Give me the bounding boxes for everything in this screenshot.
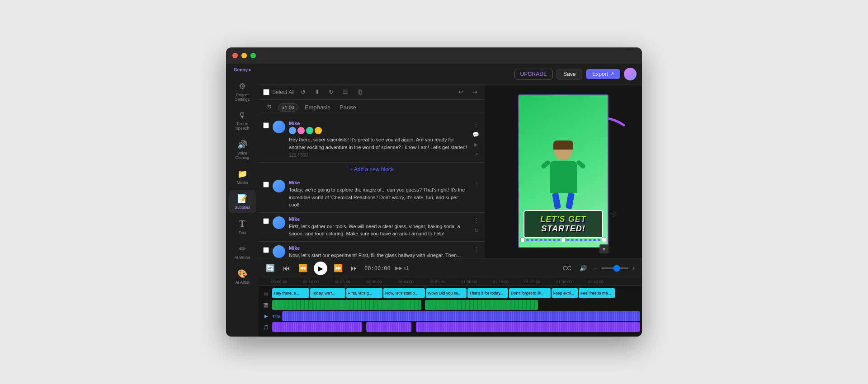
minimize-button[interactable]: [241, 53, 247, 58]
video-seg-2[interactable]: [425, 300, 538, 310]
subtitle-seg-1[interactable]: Hey there, s...: [272, 288, 309, 298]
block-2-speaker: Mike: [289, 180, 469, 185]
script-block-3: Mike First, let's gather our tools. We w…: [259, 213, 485, 242]
sidebar-item-ai-writer[interactable]: ✏ AI Writer: [229, 240, 256, 263]
download-icon[interactable]: ⬇: [312, 87, 322, 97]
sidebar-label-project-settings: Project Settings: [231, 93, 254, 102]
voice-icon: 🔊: [237, 140, 247, 150]
subtitle-track-row: ▤ Hey there, s... Today, we'r... First, …: [260, 288, 640, 299]
expand-btn[interactable]: ▼: [599, 244, 609, 253]
subtitle-seg-4[interactable]: Now, let's start o...: [383, 288, 425, 298]
subtitle-seg-7[interactable]: Don't forget to lik...: [509, 288, 551, 298]
script-list: Mike Hey there, super scientists! It's g…: [259, 115, 485, 258]
block-3-more-btn[interactable]: ⋮: [473, 216, 480, 225]
speed-control[interactable]: ▶▶ x1: [395, 265, 409, 271]
ruler-mark-1: 00:10:00: [303, 280, 335, 284]
subtitle-seg-2[interactable]: Today, we'r...: [310, 288, 345, 298]
sidebar: Genny ♦ ⚙ Project Settings 🎙 Text to Spe…: [226, 64, 259, 337]
skip-back-btn[interactable]: ⏮: [281, 262, 292, 274]
video-seg-1[interactable]: [272, 300, 421, 310]
zoom-in-icon[interactable]: ＋: [631, 264, 637, 272]
save-button[interactable]: Save: [557, 69, 582, 80]
block-4-text: Now, let's start our experiment! First, …: [289, 252, 469, 258]
sidebar-item-project-settings[interactable]: ⚙ Project Settings: [229, 78, 256, 105]
block-3-text: First, let's gather our tools. We will n…: [289, 223, 469, 238]
sidebar-item-media[interactable]: 📁 Media: [229, 165, 256, 188]
overlay-line2: STARTED!: [528, 224, 599, 234]
script-block-1: Mike Hey there, super scientists! It's g…: [259, 117, 485, 163]
block-1-comment-btn[interactable]: 💬: [472, 131, 480, 139]
block-3-speaker: Mike: [289, 216, 469, 222]
select-all-checkbox[interactable]: [263, 89, 269, 95]
select-all-label: Select All: [272, 89, 294, 95]
block-3-repeat-btn[interactable]: ↻: [473, 226, 480, 234]
step-back-btn[interactable]: ⏪: [297, 262, 309, 274]
select-all-control: Select All: [263, 89, 294, 95]
overlay-line1: LET'S GET: [528, 215, 599, 224]
tts-seg-main[interactable]: [282, 311, 640, 321]
user-avatar[interactable]: [624, 68, 637, 80]
emphasis-btn[interactable]: Emphasis: [302, 103, 333, 112]
sidebar-label-voice-cloning: Voice Cloning: [231, 151, 254, 160]
add-block-button[interactable]: + Add a new block: [259, 163, 485, 176]
subtitle-seg-6[interactable]: That's it for today...: [467, 288, 508, 298]
block-4-content: Mike Now, let's start our experiment! Fi…: [289, 245, 469, 258]
audio-seg-3[interactable]: [416, 322, 640, 332]
block-3-checkbox[interactable]: [263, 218, 269, 224]
audio-seg-2[interactable]: [366, 322, 411, 332]
block-1-checkbox[interactable]: [263, 122, 269, 128]
undo-icon[interactable]: ↺: [298, 87, 308, 97]
undo-btn[interactable]: ↩: [456, 87, 466, 97]
close-button[interactable]: [232, 53, 238, 58]
step-forward-btn[interactable]: ⏩: [332, 262, 344, 274]
block-2-more-btn[interactable]: ⋮: [473, 180, 480, 188]
speed-icon[interactable]: ⏱: [263, 103, 274, 112]
subtitle-seg-8[interactable]: keep expl...: [552, 288, 578, 298]
subtitle-seg-3[interactable]: First, let's g...: [346, 288, 382, 298]
block-1-play-btn[interactable]: ▶: [472, 140, 480, 149]
export-label: Export: [592, 71, 608, 77]
ruler-mark-9: 01:30:00: [556, 280, 588, 284]
upgrade-button[interactable]: UPGRADE: [514, 69, 553, 80]
block-4-more-btn[interactable]: ⋮: [473, 245, 480, 253]
sidebar-label-media: Media: [237, 180, 248, 185]
export-button[interactable]: Export ↗: [586, 69, 620, 79]
zoom-out-icon[interactable]: －: [593, 264, 599, 272]
subtitle-seg-5[interactable]: Wow! Did you se...: [426, 288, 467, 298]
sidebar-item-ai-artist[interactable]: 🎨 AI Artist: [229, 265, 256, 288]
block-4-checkbox[interactable]: [263, 247, 269, 253]
caption-btn[interactable]: CC: [561, 263, 573, 273]
play-pause-btn[interactable]: ▶: [314, 262, 327, 275]
block-2-checkbox[interactable]: [263, 182, 269, 187]
block-1-share-btn[interactable]: ↗: [472, 150, 480, 159]
sidebar-item-subtitles[interactable]: 📝 Subtitles: [229, 190, 256, 213]
app-window: Genny ♦ ⚙ Project Settings 🎙 Text to Spe…: [226, 47, 642, 337]
subtitle-seg-9[interactable]: Feel free to ma...: [579, 288, 615, 298]
text-icon: T: [239, 219, 245, 229]
block-1-speaker: Mike: [289, 121, 468, 126]
transport-bar: 🔄 ⏮ ⏪ ▶ ⏩ ⏭ 00:00:00 ▶▶ x1 CC 🔊 － ＋: [259, 258, 642, 278]
gear-icon: ⚙: [239, 81, 246, 91]
sidebar-item-text[interactable]: T Text: [229, 215, 256, 239]
zoom-slider[interactable]: [601, 267, 628, 269]
block-2-text: Today, we're going to explore the magic …: [289, 186, 469, 209]
loop-btn[interactable]: 🔄: [264, 262, 277, 274]
preview-video-container: LET'S GET STARTED!: [518, 94, 609, 248]
script-toolbar: Select All ↺ ⬇ ↻ ☰ 🗑 ↩ ↪: [259, 84, 485, 100]
redo-btn[interactable]: ↪: [470, 87, 480, 97]
delete-icon[interactable]: 🗑: [354, 87, 366, 97]
audio-seg-1[interactable]: [272, 322, 362, 332]
tts-label: TTS: [272, 314, 280, 318]
workspace: Select All ↺ ⬇ ↻ ☰ 🗑 ↩ ↪ ⏱ x1.00: [259, 84, 642, 258]
block-1-more-btn[interactable]: ⋮: [472, 121, 480, 129]
volume-btn[interactable]: 🔊: [578, 263, 589, 273]
pause-btn[interactable]: Pause: [337, 103, 359, 112]
skip-forward-btn[interactable]: ⏭: [349, 262, 360, 274]
maximize-button[interactable]: [250, 53, 256, 58]
refresh-icon[interactable]: ↻: [326, 87, 336, 97]
ruler-mark-8: 01:20:00: [524, 280, 556, 284]
settings-icon[interactable]: ☰: [340, 87, 351, 97]
sidebar-item-voice-cloning[interactable]: 🔊 Voice Cloning: [229, 136, 256, 164]
sidebar-item-tts[interactable]: 🎙 Text to Speech: [229, 107, 256, 134]
header-right: UPGRADE Save Export ↗: [514, 68, 637, 80]
